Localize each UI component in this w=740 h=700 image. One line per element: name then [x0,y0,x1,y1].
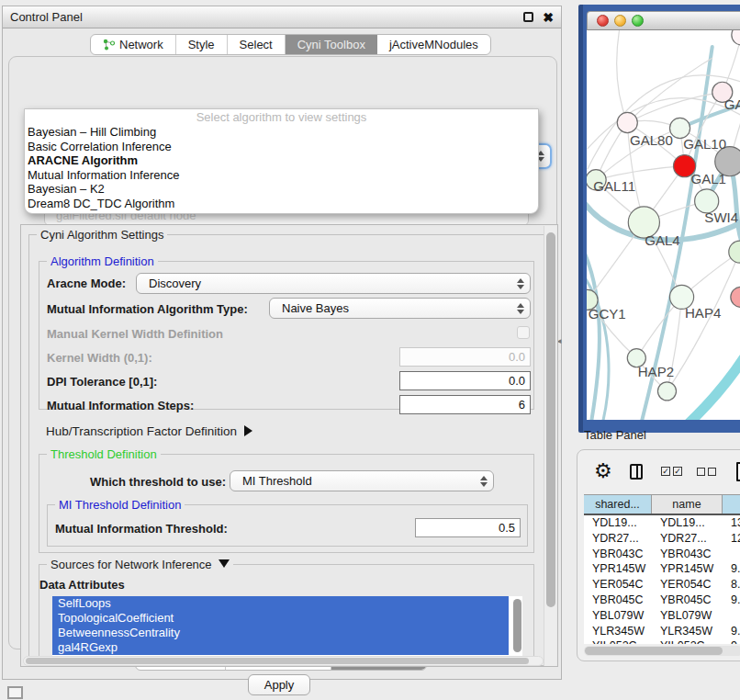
table-hscrollbar-thumb[interactable] [585,647,723,655]
dpi-tolerance-field[interactable]: 0.0 [399,371,531,390]
manual-kernel-label: Manual Kernel Width Definition [47,327,223,341]
table-cell[interactable]: YBR045C [584,593,652,608]
kernel-width-field[interactable]: 0.0 [399,347,531,367]
tab-jactivemnodules[interactable]: jActiveMNodules [377,35,490,54]
attribute-list-item[interactable]: SelfLoops [52,596,509,611]
tab-network[interactable]: Network [91,35,176,54]
page: Control Panel ✖ NetworkStyleSelectCyni T… [0,0,740,700]
table-cell[interactable]: 9 [723,638,740,644]
zoom-traffic-light[interactable] [632,15,644,27]
aracne-mode-combobox[interactable]: Discovery [136,273,531,294]
settings-vscrollbar-thumb[interactable] [546,232,555,607]
table-cell[interactable]: YBR043C [652,547,723,562]
algorithm-option[interactable]: Basic Correlation Inference [25,140,538,154]
expanded-arrow-icon[interactable] [219,559,230,568]
table-cell[interactable]: YLR345W [584,624,652,639]
settings-scroll-viewport: Cyni Algorithm Settings Algorithm Defini… [20,224,558,667]
column-header-shared[interactable]: shared... [584,494,652,514]
network-node[interactable] [732,30,740,45]
network-edge[interactable] [627,58,712,122]
which-threshold-combobox[interactable]: MI Threshold [230,470,494,491]
table-cell[interactable]: YPR145W [652,561,723,577]
table-cell[interactable]: 9. [723,593,740,608]
attribute-list-item[interactable]: gal4RGexp [52,640,509,655]
table-cell[interactable]: YDL19... [584,515,652,531]
algorithm-definition-group: Algorithm Definition Aracne Mode: Discov… [39,261,534,410]
attribute-list-item[interactable]: TopologicalCoefficient [52,611,509,626]
settings-hscrollbar-thumb[interactable] [26,658,529,664]
table-cell[interactable]: YIL052C [584,638,652,644]
gear-icon[interactable]: ⚙ [594,461,612,481]
table-cell[interactable]: YER054C [584,577,652,593]
node-label: GCY1 [589,306,626,322]
minimize-traffic-light[interactable] [614,15,626,27]
column-header-a[interactable]: A [723,494,740,514]
network-edge[interactable] [617,30,628,122]
network-node[interactable] [729,241,740,263]
column-header-name[interactable]: name [652,494,723,514]
deselect-all-columns-icon[interactable] [697,468,716,476]
settings-hscrollbar [23,656,544,666]
network-icon [103,39,115,51]
algorithm-option[interactable]: Bayesian – K2 [25,182,538,197]
table-cell[interactable]: YDR27... [584,531,652,547]
table-cell[interactable]: YBR045C [652,593,723,608]
table-cell[interactable]: YER054C [652,577,723,593]
algorithm-option[interactable]: ARACNE Algorithm [25,153,538,168]
algorithm-option[interactable]: Bayesian – Hill Climbing [25,125,538,140]
which-threshold-label: Which threshold to use: [90,475,226,489]
table-cell[interactable]: YBL079W [652,608,723,624]
tab-cyni-toolbox[interactable]: Cyni Toolbox [286,35,377,54]
mi-type-combobox[interactable]: Naive Bayes [269,298,531,319]
table-cell[interactable]: 8. [723,577,740,593]
table-cell[interactable]: 12 [723,531,740,547]
table-cell[interactable]: YBR043C [584,547,652,562]
columns-icon[interactable] [630,464,643,480]
network-canvas[interactable]: GALGAL80GAL10GAL1GAL11SWI4GAL4GCY1HAP4YH… [587,30,740,420]
tab-style[interactable]: Style [176,35,228,54]
table-cell[interactable]: 9. [723,624,740,639]
select-all-columns-icon[interactable]: ✓✓ [661,467,682,476]
network-node-y[interactable] [731,287,740,307]
apply-button[interactable]: Apply [248,674,310,695]
float-window-icon[interactable] [523,12,533,22]
network-node[interactable] [657,382,676,401]
aracne-mode-label: Aracne Mode: [47,277,126,290]
network-node-gal80[interactable] [617,112,637,132]
mi-threshold-group: MI Threshold Definition Mutual Informati… [47,504,528,547]
table-row: YER054CYER054C8. [584,577,740,593]
sources-group: Sources for Network Inference Data Attri… [39,564,534,667]
network-edge[interactable] [587,254,600,420]
attribute-list-item[interactable]: BetweennessCentrality [52,626,509,640]
table-cell[interactable]: YIL052C [652,638,723,644]
table-cell[interactable]: 13 [723,515,740,531]
table-cell[interactable] [723,547,740,562]
mi-steps-field[interactable]: 6 [399,395,531,414]
algorithm-option[interactable]: Mutual Information Inference [25,168,538,183]
threshold-definition-group: Threshold Definition Which threshold to … [39,454,534,553]
algorithm-option[interactable]: Dream8 DC_TDC Algorithm [25,197,538,211]
mi-threshold-field[interactable]: 0.5 [415,518,521,537]
cyni-algorithm-settings-group: Cyni Algorithm Settings Algorithm Defini… [28,234,544,666]
close-traffic-light[interactable] [597,15,609,27]
manual-kernel-checkbox[interactable] [517,326,530,339]
list-scrollbar-thumb[interactable] [513,599,521,652]
tab-select[interactable]: Select [228,35,286,54]
tab-label: Style [188,38,215,51]
minimized-panel-icon[interactable] [7,686,23,699]
table-cell[interactable]: YPR145W [584,561,652,577]
new-table-icon[interactable] [736,462,740,481]
table-cell[interactable]: YDL19... [652,515,723,531]
node-label: SWI4 [704,209,738,225]
network-window-titlebar [587,11,740,30]
table-cell[interactable]: YBL079W [584,608,652,624]
table-cell[interactable] [723,608,740,624]
table-cell[interactable]: YDR27... [652,531,723,547]
close-icon[interactable]: ✖ [543,11,554,24]
network-edge[interactable] [667,252,739,391]
hub-definition-disclosure[interactable]: Hub/Transcription Factor Definition [46,424,252,438]
table-hscrollbar [584,646,740,656]
table-cell[interactable]: 9. [723,561,740,577]
table-cell[interactable]: YLR345W [652,624,723,639]
node-label: HAP4 [685,305,721,321]
